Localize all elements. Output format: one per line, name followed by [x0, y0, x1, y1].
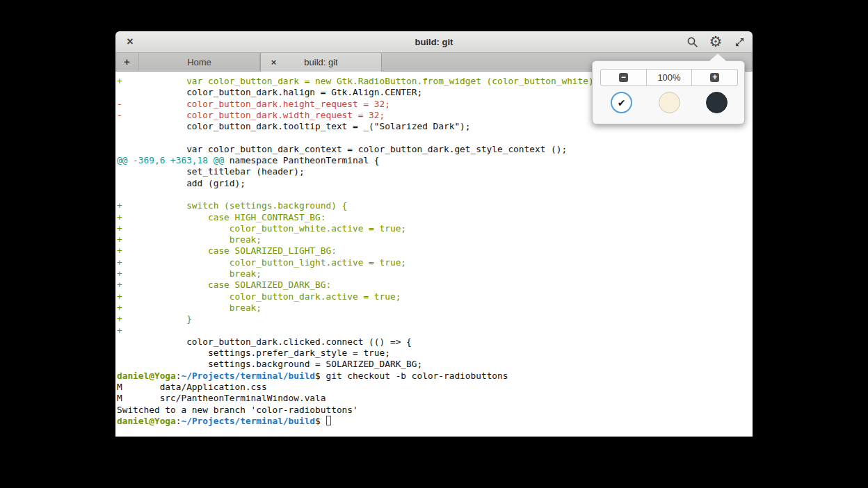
terminal-line [117, 132, 753, 143]
window-title: build: git [115, 31, 753, 53]
terminal-line: M src/PantheonTerminalWindow.vala [117, 393, 753, 404]
tab-build-git[interactable]: × build: git [260, 53, 382, 72]
terminal-content[interactable]: + var color_button_dark = new Gtk.RadioB… [115, 72, 753, 437]
terminal-cursor [326, 416, 331, 425]
zoom-control-group: − 100% + [600, 69, 738, 86]
theme-selector: ✔ [593, 92, 746, 113]
terminal-line: + break; [117, 234, 753, 245]
plus-icon: + [710, 73, 719, 82]
terminal-line: @@ -369,6 +363,18 @@ namespace PantheonT… [117, 155, 753, 166]
terminal-line: + break; [117, 302, 753, 314]
tab-home[interactable]: Home [139, 53, 260, 72]
terminal-line: set_titlebar (header); [117, 166, 753, 177]
terminal-line: color_button_dark.clicked.connect (() =>… [117, 336, 753, 348]
popover-arrow [709, 54, 726, 61]
tab-close-icon[interactable]: × [268, 56, 280, 68]
zoom-level-label: 100% [657, 72, 680, 83]
terminal-line: + case SOLARIZED_LIGHT_BG: [117, 245, 753, 257]
search-icon[interactable] [684, 35, 700, 50]
theme-high-contrast-radio[interactable]: ✔ [611, 92, 632, 113]
gear-icon[interactable]: ⚙ [708, 35, 723, 50]
terminal-line: daniel@Yoga:~/Projects/terminal/build$ g… [117, 371, 753, 382]
terminal-line: + switch (settings.background) { [117, 200, 753, 211]
new-tab-button[interactable]: + [115, 53, 139, 72]
tab-build-git-label: build: git [304, 57, 337, 67]
tab-home-label: Home [187, 57, 211, 67]
terminal-line: + case HIGH_CONTRAST_BG: [117, 212, 753, 223]
titlebar[interactable]: × build: git ⚙ [115, 31, 753, 53]
minus-icon: − [619, 73, 628, 82]
terminal-line [117, 189, 753, 200]
fullscreen-icon[interactable] [732, 35, 747, 50]
theme-solarized-light-radio[interactable] [659, 92, 680, 113]
zoom-level[interactable]: 100% [646, 70, 692, 86]
terminal-line: daniel@Yoga:~/Projects/terminal/build$ [117, 416, 753, 427]
theme-solarized-dark-radio[interactable] [706, 92, 728, 113]
terminal-line: + [117, 325, 753, 336]
terminal-line: + color_button_white.active = true; [117, 223, 753, 234]
terminal-line: + color_button_light.active = true; [117, 257, 753, 268]
terminal-line: settings.prefer_dark_style = true; [117, 348, 753, 359]
terminal-line: settings.background = SOLARIZED_DARK_BG; [117, 359, 753, 370]
terminal-line: + case SOLARIZED_DARK_BG: [117, 279, 753, 291]
terminal-line: + break; [117, 268, 753, 279]
zoom-out-button[interactable]: − [601, 70, 646, 86]
terminal-line: M data/Application.css [117, 382, 753, 393]
terminal-line: + color_button_dark.active = true; [117, 291, 753, 302]
terminal-line: Switched to a new branch 'color-radiobut… [117, 405, 753, 416]
settings-popover: − 100% + ✔ [592, 60, 745, 124]
zoom-in-button[interactable]: + [691, 70, 737, 86]
terminal-line: add (grid); [117, 178, 753, 189]
terminal-line: + } [117, 314, 753, 325]
terminal-line: var color_button_dark_context = color_bu… [117, 144, 753, 155]
